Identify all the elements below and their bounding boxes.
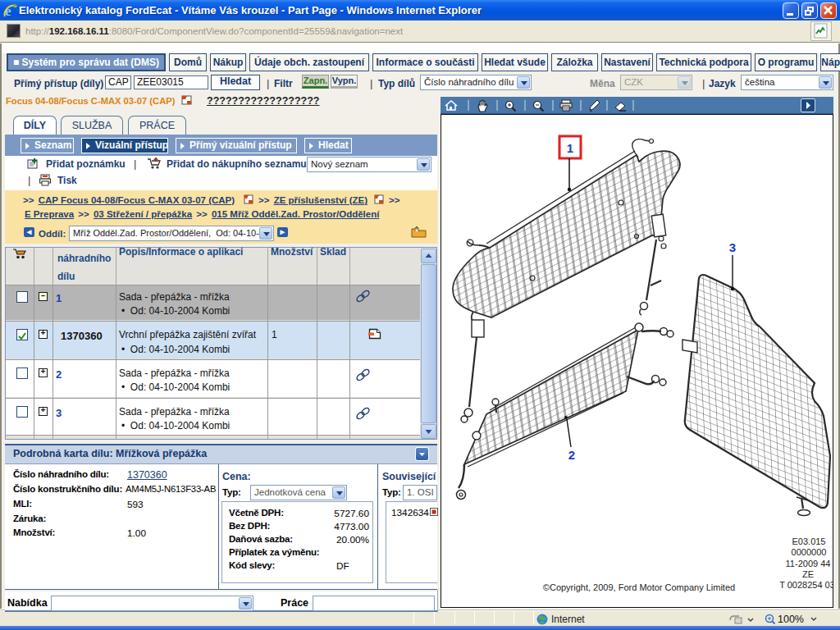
- svg-text:2: 2: [568, 448, 575, 462]
- svg-text:3: 3: [729, 240, 736, 254]
- svg-text:0000000: 0000000: [792, 547, 827, 557]
- svg-text:1: 1: [567, 141, 573, 155]
- svg-text:100%: 100%: [778, 614, 804, 625]
- svg-text:©Copyright, 2009, Ford Motor C: ©Copyright, 2009, Ford Motor Company Lim…: [543, 582, 735, 592]
- svg-text:ZE: ZE: [802, 569, 814, 579]
- svg-text:E03.015: E03.015: [792, 536, 826, 546]
- svg-text:11-2009 44: 11-2009 44: [786, 559, 831, 568]
- svg-text:T 0028254 03: T 0028254 03: [779, 580, 833, 590]
